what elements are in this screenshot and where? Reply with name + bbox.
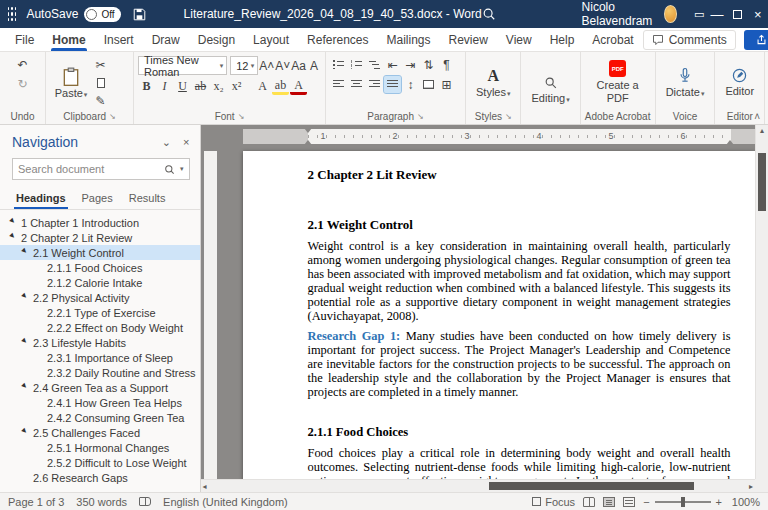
search-document-box[interactable]: ▾ (12, 158, 190, 180)
styles-button[interactable]: A Styles▾ (470, 56, 516, 109)
horizontal-scrollbar[interactable]: ◂ ▸ (201, 479, 755, 492)
align-center-button[interactable] (348, 76, 365, 93)
search-document-input[interactable] (18, 163, 160, 175)
shrink-font-button[interactable]: A˅ (275, 57, 290, 74)
print-layout-button[interactable] (603, 497, 615, 507)
nav-heading-item[interactable]: 2.3.1 Importance of Sleep (0, 350, 200, 365)
text-effects-button[interactable]: A (254, 78, 271, 95)
expand-triangle-icon[interactable]: ▶ (9, 216, 22, 229)
expand-triangle-icon[interactable]: ▶ (21, 381, 34, 394)
zoom-in-icon[interactable]: + (716, 496, 722, 508)
nav-heading-item[interactable]: 2.1.1 Food Choices (0, 260, 200, 275)
menu-tab-file[interactable]: File (6, 28, 43, 51)
menu-tab-references[interactable]: References (298, 28, 377, 51)
doc-paragraph-research-gap[interactable]: Research Gap 1: Many studies have been c… (308, 329, 731, 399)
doc-heading-2-1[interactable]: 2.1 Weight Control (308, 217, 731, 233)
language-indicator[interactable]: English (United Kingdom) (163, 496, 288, 508)
nav-tab-results[interactable]: Results (121, 188, 174, 209)
vertical-scroll-thumb[interactable] (758, 153, 766, 211)
copy-icon[interactable] (92, 74, 109, 91)
clipboard-launcher-icon[interactable]: ↘ (109, 112, 116, 121)
menu-tab-draw[interactable]: Draw (143, 28, 189, 51)
paragraph-launcher-icon[interactable]: ↘ (417, 112, 424, 121)
justify-button[interactable] (384, 76, 401, 93)
line-spacing-button[interactable]: ↕ (402, 76, 419, 93)
expand-triangle-icon[interactable]: ▶ (21, 426, 34, 439)
numbered-list-button[interactable] (348, 56, 365, 73)
align-left-button[interactable] (330, 76, 347, 93)
nav-heading-item[interactable]: ▶2.2 Physical Activity (0, 290, 200, 305)
paste-button[interactable]: Paste▾ (50, 56, 92, 109)
nav-heading-item[interactable]: 2.5.1 Hormonal Changes (0, 440, 200, 455)
doc-paragraph-food-choices[interactable]: Food choices play a critical role in det… (308, 446, 731, 482)
word-count[interactable]: 350 words (76, 496, 127, 508)
scroll-right-icon[interactable]: ▸ (747, 480, 755, 492)
nav-heading-item[interactable]: ▶2.1 Weight Control (0, 245, 200, 260)
doc-heading-chapter-2[interactable]: 2 Chapter 2 Lit Review (308, 167, 731, 183)
focus-button[interactable]: Focus (532, 496, 575, 508)
borders-button[interactable]: ⊞ (438, 76, 455, 93)
close-button[interactable]: × (748, 0, 768, 28)
ribbon-display-options-icon[interactable]: ▭ (691, 8, 707, 21)
menu-tab-home[interactable]: Home (43, 28, 94, 51)
bold-button[interactable]: B (138, 78, 155, 95)
zoom-slider-knob[interactable] (681, 497, 685, 507)
nav-heading-item[interactable]: 2.2.2 Effect on Body Weight (0, 320, 200, 335)
superscript-button[interactable]: x² (228, 78, 245, 95)
font-launcher-icon[interactable]: ↘ (238, 112, 245, 121)
horizontal-ruler[interactable]: 123456 (243, 129, 755, 144)
font-size-combo[interactable]: 12 ▾ (230, 56, 258, 75)
nav-heading-item[interactable]: 2.1.2 Calorie Intake (0, 275, 200, 290)
web-layout-button[interactable] (623, 497, 635, 507)
undo-icon[interactable]: ↶ (14, 56, 31, 73)
nav-heading-item[interactable]: 2.5.2 Difficult to Lose Weight (0, 455, 200, 470)
font-color-button[interactable]: A (290, 78, 307, 95)
right-indent-marker[interactable] (726, 136, 734, 145)
format-painter-icon[interactable]: ✎ (92, 92, 109, 109)
create-pdf-button[interactable]: PDF Create a PDF (585, 56, 651, 109)
styles-launcher-icon[interactable]: ↘ (505, 112, 512, 121)
expand-triangle-icon[interactable]: ▶ (21, 336, 34, 349)
menu-tab-acrobat[interactable]: Acrobat (583, 28, 642, 51)
nav-heading-item[interactable]: 2.3.2 Daily Routine and Stress (0, 365, 200, 380)
underline-button[interactable]: U (174, 78, 191, 95)
nav-heading-item[interactable]: ▶2 Chapter 2 Lit Review (0, 230, 200, 245)
grow-font-button[interactable]: A˄ (259, 57, 274, 74)
horizontal-scroll-thumb[interactable] (489, 482, 694, 490)
nav-tab-pages[interactable]: Pages (74, 188, 121, 209)
menu-tab-help[interactable]: Help (541, 28, 584, 51)
change-case-button[interactable]: Aa (291, 57, 306, 74)
nav-heading-item[interactable]: ▶1 Chapter 1 Introduction (0, 215, 200, 230)
doc-heading-2-1-1[interactable]: 2.1.1 Food Choices (308, 425, 731, 440)
comments-button[interactable]: Comments (643, 30, 736, 50)
menu-tab-design[interactable]: Design (189, 28, 244, 51)
share-button[interactable]: Share (744, 30, 768, 50)
save-icon[interactable] (133, 8, 146, 21)
menu-tab-view[interactable]: View (497, 28, 541, 51)
scroll-up-icon[interactable]: ▴ (756, 126, 768, 135)
doc-paragraph-weight-control[interactable]: Weight control is a key consideration in… (308, 239, 731, 323)
nav-heading-item[interactable]: 2.6 Research Gaps (0, 470, 200, 485)
expand-triangle-icon[interactable]: ▶ (9, 231, 22, 244)
multilevel-list-button[interactable] (366, 56, 383, 73)
align-right-button[interactable] (366, 76, 383, 93)
nav-heading-item[interactable]: ▶2.3 Lifestyle Habits (0, 335, 200, 350)
redo-icon[interactable]: ↻ (14, 75, 31, 92)
document-page[interactable]: 2 Chapter 2 Lit Review 2.1 Weight Contro… (243, 151, 755, 482)
show-hide-marks-button[interactable]: ¶ (438, 56, 455, 73)
user-avatar[interactable] (664, 5, 677, 23)
page-indicator[interactable]: Page 1 of 3 (8, 496, 64, 508)
search-icon[interactable] (482, 7, 496, 21)
expand-triangle-icon[interactable]: ▶ (21, 291, 34, 304)
user-account[interactable]: Nicolo Belavendram (582, 0, 678, 28)
nav-tab-headings[interactable]: Headings (8, 188, 74, 209)
shading-button[interactable] (420, 76, 437, 93)
menu-tab-layout[interactable]: Layout (244, 28, 298, 51)
collapse-ribbon-icon[interactable]: ˄ (754, 111, 760, 122)
nav-heading-item[interactable]: 2.4.1 How Green Tea Helps (0, 395, 200, 410)
dictate-button[interactable]: Dictate▾ (660, 56, 711, 109)
subscript-button[interactable]: x₂ (210, 78, 227, 95)
zoom-slider[interactable] (655, 501, 711, 503)
vertical-ruler[interactable] (204, 151, 217, 482)
nav-pane-options-icon[interactable]: ⌄ (162, 136, 171, 149)
